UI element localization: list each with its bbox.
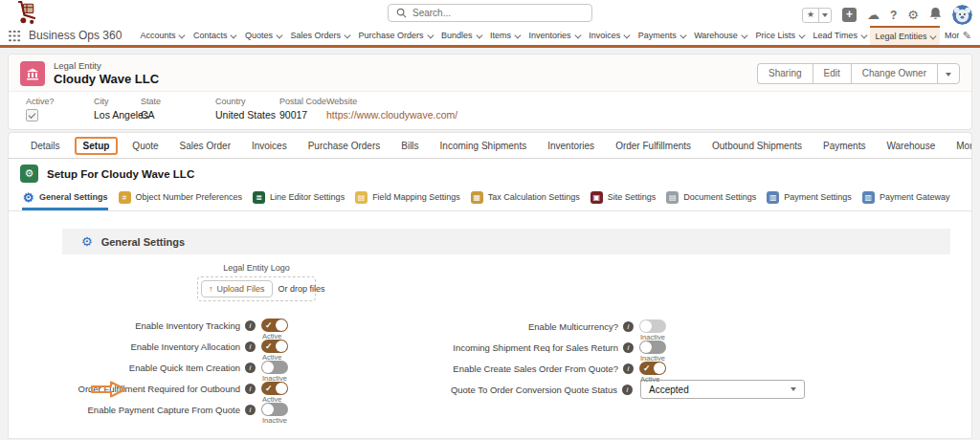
trail-cloud-icon[interactable]: ☁ (867, 9, 880, 21)
nav-tab[interactable]: Items (485, 26, 524, 45)
info-icon[interactable] (245, 384, 256, 394)
info-icon[interactable] (623, 342, 634, 353)
company-cart-logo-icon[interactable] (15, 1, 39, 28)
info-icon[interactable] (245, 363, 256, 373)
nav-tab[interactable]: Sales Orders (285, 26, 353, 45)
upload-icon: ↑ (209, 284, 213, 294)
entity-type-label: Legal Entity (54, 60, 159, 71)
toggle-switch[interactable] (639, 362, 666, 375)
setting-toggle-row: Incoming Shipment Req for Sales Return I… (341, 337, 666, 358)
nav-tab[interactable]: Payments (634, 26, 690, 45)
setup-subtab[interactable]: ≣ Line Editor Settings (253, 187, 345, 210)
setup-section-header: ⚙ Setup For Cloudy Wave LLC (9, 159, 971, 187)
setup-title: Setup For Cloudy Wave LLC (47, 168, 194, 180)
toggle-switch[interactable] (261, 319, 288, 332)
detail-field: City Los Angeles (94, 97, 141, 121)
general-settings-banner: ⚙ General Settings (62, 229, 950, 254)
file-dropzone[interactable]: ↑ Upload Files Or drop files (197, 276, 316, 301)
record-tab[interactable]: Inventories (537, 141, 605, 151)
active-field: Active? (26, 97, 94, 121)
record-tab[interactable]: Setup (75, 137, 119, 155)
numbering-tool-icon: # (119, 191, 131, 204)
global-actions-plus-icon[interactable]: + (842, 8, 857, 22)
nav-tab[interactable]: Price Lists (750, 26, 808, 45)
upload-files-button[interactable]: ↑ Upload Files (201, 280, 273, 297)
record-tab[interactable]: Payments (813, 141, 876, 151)
logo-upload-label: Legal Entity Logo (197, 263, 316, 273)
nav-tab[interactable]: Invoices (584, 26, 634, 45)
quote-status-row: Quote To Order Conversion Quote Status A… (341, 379, 805, 400)
info-icon[interactable] (245, 341, 256, 352)
record-tab-more[interactable]: More (946, 141, 972, 151)
nav-tab[interactable]: Warehouse (689, 26, 750, 45)
nav-more-tab[interactable]: More (940, 26, 959, 45)
nav-tab[interactable]: Lead Times (808, 26, 870, 45)
nav-tab[interactable]: Bundles (436, 26, 485, 45)
info-icon[interactable] (245, 405, 256, 415)
record-tab[interactable]: Bills (390, 141, 429, 151)
setup-subtab[interactable]: # Object Number Preferences (119, 187, 243, 210)
quote-status-select[interactable]: Accepted (640, 380, 805, 399)
info-icon[interactable] (623, 321, 634, 332)
user-avatar[interactable] (952, 5, 972, 25)
notifications-bell-icon[interactable] (929, 7, 942, 24)
payment-gateway-icon: ▥ (862, 191, 875, 204)
toggle-switch[interactable] (639, 341, 666, 354)
setup-subtab[interactable]: ▤ Document Settings (666, 187, 756, 210)
toggle-switch[interactable] (261, 361, 288, 374)
record-tab-panel: Details Setup Quote Sales Order Invoices… (8, 132, 972, 439)
record-tab[interactable]: Sales Order (169, 141, 241, 151)
mapping-document-icon: ▤ (355, 191, 368, 204)
toggle-switch[interactable] (261, 403, 288, 416)
setting-toggle-row: Order Fulfillment Required for Outbound … (9, 378, 288, 399)
info-icon[interactable] (623, 363, 634, 374)
app-launcher-waffle-icon[interactable] (8, 30, 20, 42)
setting-toggle-row: Enable Quick Item Creation Inactive (9, 357, 288, 378)
setup-subtab[interactable]: ▣ Site Settings (590, 187, 657, 210)
nav-tab[interactable]: Legal Entities (870, 26, 940, 45)
drop-files-label: Or drop files (273, 284, 331, 294)
nav-tab[interactable]: Contacts (189, 26, 240, 45)
setup-subtab[interactable]: ▥ Payment Settings (767, 187, 852, 210)
record-action-button[interactable]: Edit (813, 63, 851, 84)
toggle-switch[interactable] (261, 340, 288, 353)
nav-tab[interactable]: Accounts (135, 26, 189, 45)
record-tab[interactable]: Invoices (241, 141, 298, 151)
record-tab[interactable]: Order Fulfillments (605, 141, 702, 151)
record-tab[interactable]: Purchase Orders (298, 141, 391, 151)
more-actions-dropdown-button[interactable] (937, 63, 960, 84)
logo-upload-block: Legal Entity Logo ↑ Upload Files Or drop… (197, 263, 316, 301)
toggle-switch[interactable] (261, 382, 288, 395)
setting-toggle-row: Enable Inventory Allocation Active (9, 336, 288, 357)
setup-subtab[interactable]: ▦ Tax Calculation Settings (471, 187, 580, 210)
setting-toggle-row: Enable Inventory Tracking Active (9, 315, 288, 336)
record-tabbar: Details Setup Quote Sales Order Invoices… (9, 133, 971, 159)
line-list-icon: ≣ (253, 191, 265, 204)
gear-icon: ⚙ (81, 234, 93, 249)
record-action-button[interactable]: Sharing (757, 63, 812, 84)
toggle-switch[interactable] (639, 319, 666, 333)
record-tab[interactable]: Quote (122, 141, 168, 151)
legal-entity-icon (20, 61, 45, 86)
record-action-button[interactable]: Change Owner (851, 63, 937, 84)
help-icon[interactable]: ? (890, 9, 897, 22)
record-tab[interactable]: Details (20, 141, 71, 151)
favorites-star-icon[interactable]: ★ (802, 8, 832, 23)
nav-tab[interactable]: Inventories (524, 26, 585, 45)
app-name: Business Ops 360 (29, 29, 122, 42)
search-placeholder: Search... (412, 8, 451, 18)
setup-subtab[interactable]: ▥ Payment Gateway (862, 187, 950, 210)
nav-tab[interactable]: Purchase Orders (354, 26, 437, 45)
setup-subtab[interactable]: ⚙ General Settings (22, 187, 108, 210)
record-tab[interactable]: Warehouse (876, 141, 946, 151)
nav-tab[interactable]: Quotes (240, 26, 286, 45)
record-tab[interactable]: Incoming Shipments (430, 141, 538, 151)
record-tab[interactable]: Outbound Shipments (702, 141, 813, 151)
info-icon[interactable] (622, 385, 633, 395)
edit-navigation-pencil-icon[interactable]: ✎ (963, 30, 971, 42)
global-search-input[interactable]: Search... (388, 4, 592, 22)
info-icon[interactable] (245, 320, 256, 331)
setup-gear-utility-icon[interactable]: ⚙ (907, 9, 919, 21)
setup-subtab[interactable]: ▤ Field Mapping Settings (355, 187, 460, 210)
record-title: Cloudy Wave LLC (54, 72, 159, 86)
